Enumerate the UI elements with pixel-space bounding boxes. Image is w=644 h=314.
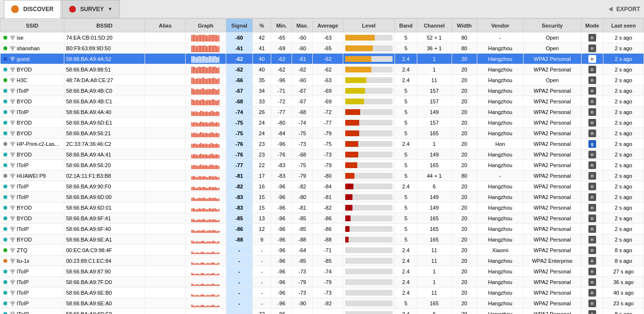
mode-badge: n [588, 34, 596, 42]
header-width[interactable]: Width [452, 19, 477, 32]
svg-rect-269 [205, 176, 205, 179]
table-row[interactable]: BYOD 58:66:BA:A9:6E:A1 -88 9 -96 -88 -88… [0, 234, 644, 245]
svg-rect-512 [209, 305, 210, 307]
header-ssid[interactable]: SSID [0, 19, 64, 32]
discover-nav-button[interactable]: DISCOVER [4, 0, 61, 18]
ssid-name: ZTQ [17, 247, 28, 253]
wifi-icon [9, 130, 16, 136]
table-row[interactable]: BYOD 58:66:BA:A9:6F:41 -85 13 -96 -85 -8… [0, 213, 644, 224]
table-row[interactable]: BYOD 58:66:BA:A9:56:21 -75 24 -84 -75 -7… [0, 128, 644, 139]
table-row[interactable]: IToIP 58:66:BA:A9:7F:D0 - - -96 -79 -79 … [0, 277, 644, 287]
header-pct[interactable]: % [252, 19, 271, 32]
header-bssid[interactable]: BSSID [64, 19, 145, 32]
svg-rect-476 [215, 285, 216, 286]
table-row[interactable]: IToIP 58:66:BA:A9:6D:00 -83 15 -96 -80 -… [0, 192, 644, 202]
header-mode[interactable]: Mode [581, 19, 603, 32]
svg-rect-51 [207, 57, 208, 62]
ssid-dot [3, 301, 7, 305]
cell-min: -96 [271, 234, 292, 245]
cell-vendor: Hangzhou [477, 266, 524, 277]
svg-rect-119 [219, 88, 220, 94]
header-lastseen[interactable]: Last seen [603, 19, 644, 32]
header-security[interactable]: Security [523, 19, 581, 32]
survey-dropdown-arrow[interactable]: ▼ [108, 6, 113, 12]
header-min[interactable]: Min. [271, 19, 292, 32]
table-row[interactable]: IToIP 58:66:BA:A9:4A:40 -74 26 -77 -68 -… [0, 107, 644, 117]
table-row[interactable]: HUAWEI P9 02:1A:11:F1:B3:B8 -81 17 -83 -… [0, 171, 644, 181]
header-graph[interactable]: Graph [186, 19, 226, 32]
table-row[interactable]: BYOD 58:66:BA:A9:6D:E1 -75 24 -80 -74 -7… [0, 117, 644, 128]
cell-width: 20 [452, 149, 477, 160]
svg-rect-174 [212, 121, 213, 126]
network-table-container[interactable]: SSID BSSID Alias Graph Signal % Min. Max… [0, 18, 644, 314]
table-row[interactable]: BYOD 58:66:BA:A9:4A:41 -76 23 -76 -68 -7… [0, 149, 644, 160]
svg-rect-429 [205, 263, 205, 264]
svg-rect-78 [218, 68, 219, 73]
table-row[interactable]: IToIP 58:66:BA:A9:6F:40 -86 12 -96 -85 -… [0, 224, 644, 234]
svg-rect-19 [219, 35, 220, 42]
cell-channel: 165 [417, 298, 452, 309]
cell-mode: n [581, 309, 603, 314]
header-channel[interactable]: Channel [417, 19, 452, 32]
cell-graph [186, 32, 226, 43]
table-row[interactable]: ZTQ 00:EC:0A:C9:98:4F - - -96 -64 -71 2.… [0, 245, 644, 256]
table-row[interactable]: IToIP 58:66:BA:A9:56:20 -77 22 -83 -75 -… [0, 160, 644, 171]
cell-alias [145, 160, 186, 171]
cell-mode: n [581, 202, 603, 213]
svg-rect-260 [191, 176, 192, 180]
cell-graph [186, 213, 226, 224]
cell-max: -73 [292, 287, 313, 298]
table-row[interactable]: liu-1x 00:23:89:C1:EC:84 - - -96 -85 -85… [0, 256, 644, 266]
table-row[interactable]: BYOD 58:66:BA:A9:4B:C1 -68 33 -72 -67 -6… [0, 96, 644, 107]
cell-security: WPA2 Personal [523, 128, 581, 139]
header-vendor[interactable]: Vendor [477, 19, 524, 32]
svg-rect-254 [212, 165, 213, 169]
cell-mode: n [581, 266, 603, 277]
svg-rect-115 [213, 88, 214, 94]
table-row[interactable]: guest 58:66:BA:A9:4A:52 -62 40 -62 -61 -… [0, 54, 644, 64]
cell-bssid: 58:66:BA:A9:6D:01 [64, 202, 145, 213]
svg-rect-155 [213, 112, 214, 116]
svg-rect-271 [207, 177, 208, 179]
cell-channel: 11 [417, 75, 452, 86]
mode-badge: n [588, 300, 596, 307]
header-band[interactable]: Band [395, 19, 417, 32]
table-row[interactable]: BYOD 58:66:BA:A9:88:51 -62 40 -62 -62 -6… [0, 64, 644, 75]
svg-rect-432 [209, 263, 210, 264]
table-row[interactable]: H3C 48:7A:DA:A8:CE:27 -66 35 -96 -60 -63… [0, 75, 644, 86]
survey-nav-button[interactable]: SURVEY ▼ [62, 0, 120, 18]
header-alias[interactable]: Alias [145, 19, 186, 32]
table-row[interactable]: IToIP 58:66:BA:A9:87:90 - - -96 -73 -74 … [0, 266, 644, 277]
cell-signal: -66 [226, 75, 252, 86]
cell-band: 2.4 [395, 64, 417, 75]
cell-level [343, 213, 395, 224]
table-row[interactable]: IToIP 58:66:BA:A9:6E:A0 - - -96 -90 -92 … [0, 298, 644, 309]
svg-rect-141 [193, 112, 194, 116]
header-level[interactable]: Level [343, 19, 395, 32]
svg-rect-31 [207, 46, 208, 52]
header-average[interactable]: Average [313, 19, 343, 32]
svg-rect-403 [196, 252, 197, 254]
ssid-dot [3, 185, 7, 188]
svg-rect-434 [212, 262, 213, 265]
table-row[interactable]: HP-Print-c2-LaserJet 4... 2C:33:7A:36:46… [0, 139, 644, 149]
svg-rect-462 [194, 285, 195, 285]
svg-rect-211 [207, 144, 208, 147]
table-row[interactable]: IToIP 58:66:BA:A9:90:F0 -82 16 -96 -82 -… [0, 181, 644, 192]
table-row[interactable]: IToIP 58:66:BA:A9:6D:F0 - 72 -96 2.4 6 2… [0, 309, 644, 314]
table-row[interactable]: ise 74:EA:CB:01:5D:20 -60 42 -65 -60 -63… [0, 32, 644, 43]
table-row[interactable]: IToIP 58:66:BA:A9:6E:B0 - - -96 -73 -73 … [0, 287, 644, 298]
cell-alias [145, 96, 186, 107]
cell-alias [145, 309, 186, 314]
header-signal[interactable]: Signal [226, 19, 252, 32]
table-row[interactable]: BYOD 58:66:BA:A9:6D:01 -83 15 -96 -81 -8… [0, 202, 644, 213]
cell-level [343, 287, 395, 298]
svg-rect-153 [210, 111, 211, 116]
header-max[interactable]: Max. [292, 19, 313, 32]
cell-width: 80 [452, 171, 477, 181]
cell-vendor: Hangzhou [477, 107, 524, 117]
export-button[interactable]: EXPORT [609, 6, 640, 13]
table-row[interactable]: IToIP 58:66:BA:A9:4B:C0 -67 34 -71 -67 -… [0, 86, 644, 96]
cell-channel: 149 [417, 192, 452, 202]
table-row[interactable]: shanshan B0:F9:63:89:9D:50 -61 41 -69 -6… [0, 43, 644, 54]
